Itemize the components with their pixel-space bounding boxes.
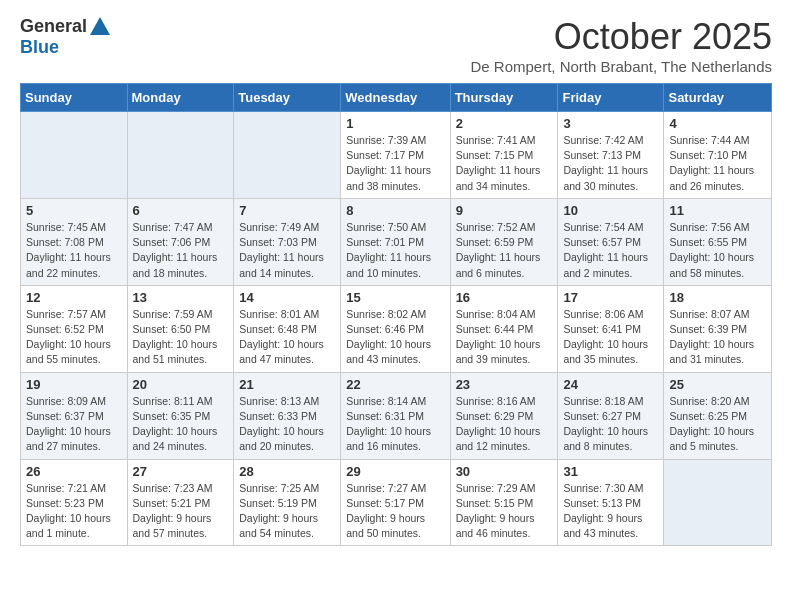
calendar-cell: 11Sunrise: 7:56 AM Sunset: 6:55 PM Dayli… <box>664 198 772 285</box>
calendar-cell <box>21 112 128 199</box>
day-info: Sunrise: 7:49 AM Sunset: 7:03 PM Dayligh… <box>239 220 335 281</box>
day-info: Sunrise: 7:39 AM Sunset: 7:17 PM Dayligh… <box>346 133 444 194</box>
day-number: 4 <box>669 116 766 131</box>
day-info: Sunrise: 7:29 AM Sunset: 5:15 PM Dayligh… <box>456 481 553 542</box>
calendar-week-row: 26Sunrise: 7:21 AM Sunset: 5:23 PM Dayli… <box>21 459 772 546</box>
calendar-cell: 15Sunrise: 8:02 AM Sunset: 6:46 PM Dayli… <box>341 285 450 372</box>
day-info: Sunrise: 8:07 AM Sunset: 6:39 PM Dayligh… <box>669 307 766 368</box>
day-number: 20 <box>133 377 229 392</box>
day-info: Sunrise: 8:01 AM Sunset: 6:48 PM Dayligh… <box>239 307 335 368</box>
calendar-table: SundayMondayTuesdayWednesdayThursdayFrid… <box>20 83 772 546</box>
logo-triangle-icon <box>90 17 110 35</box>
calendar-cell: 20Sunrise: 8:11 AM Sunset: 6:35 PM Dayli… <box>127 372 234 459</box>
day-number: 19 <box>26 377 122 392</box>
calendar-cell: 9Sunrise: 7:52 AM Sunset: 6:59 PM Daylig… <box>450 198 558 285</box>
day-info: Sunrise: 7:23 AM Sunset: 5:21 PM Dayligh… <box>133 481 229 542</box>
calendar-cell: 23Sunrise: 8:16 AM Sunset: 6:29 PM Dayli… <box>450 372 558 459</box>
day-info: Sunrise: 8:06 AM Sunset: 6:41 PM Dayligh… <box>563 307 658 368</box>
calendar-cell: 1Sunrise: 7:39 AM Sunset: 7:17 PM Daylig… <box>341 112 450 199</box>
day-number: 13 <box>133 290 229 305</box>
calendar-cell: 14Sunrise: 8:01 AM Sunset: 6:48 PM Dayli… <box>234 285 341 372</box>
day-number: 18 <box>669 290 766 305</box>
calendar-cell: 10Sunrise: 7:54 AM Sunset: 6:57 PM Dayli… <box>558 198 664 285</box>
day-number: 27 <box>133 464 229 479</box>
day-number: 25 <box>669 377 766 392</box>
day-info: Sunrise: 8:14 AM Sunset: 6:31 PM Dayligh… <box>346 394 444 455</box>
calendar-cell: 28Sunrise: 7:25 AM Sunset: 5:19 PM Dayli… <box>234 459 341 546</box>
day-info: Sunrise: 7:44 AM Sunset: 7:10 PM Dayligh… <box>669 133 766 194</box>
calendar-cell: 17Sunrise: 8:06 AM Sunset: 6:41 PM Dayli… <box>558 285 664 372</box>
day-info: Sunrise: 8:04 AM Sunset: 6:44 PM Dayligh… <box>456 307 553 368</box>
day-info: Sunrise: 7:57 AM Sunset: 6:52 PM Dayligh… <box>26 307 122 368</box>
calendar-cell: 26Sunrise: 7:21 AM Sunset: 5:23 PM Dayli… <box>21 459 128 546</box>
day-number: 6 <box>133 203 229 218</box>
day-number: 1 <box>346 116 444 131</box>
calendar-cell: 27Sunrise: 7:23 AM Sunset: 5:21 PM Dayli… <box>127 459 234 546</box>
day-number: 12 <box>26 290 122 305</box>
calendar-cell: 18Sunrise: 8:07 AM Sunset: 6:39 PM Dayli… <box>664 285 772 372</box>
day-info: Sunrise: 8:09 AM Sunset: 6:37 PM Dayligh… <box>26 394 122 455</box>
day-number: 7 <box>239 203 335 218</box>
calendar-cell: 12Sunrise: 7:57 AM Sunset: 6:52 PM Dayli… <box>21 285 128 372</box>
day-number: 28 <box>239 464 335 479</box>
day-number: 29 <box>346 464 444 479</box>
day-number: 3 <box>563 116 658 131</box>
weekday-header-wednesday: Wednesday <box>341 84 450 112</box>
calendar-cell: 3Sunrise: 7:42 AM Sunset: 7:13 PM Daylig… <box>558 112 664 199</box>
weekday-header-friday: Friday <box>558 84 664 112</box>
calendar-week-row: 12Sunrise: 7:57 AM Sunset: 6:52 PM Dayli… <box>21 285 772 372</box>
day-number: 5 <box>26 203 122 218</box>
calendar-cell: 16Sunrise: 8:04 AM Sunset: 6:44 PM Dayli… <box>450 285 558 372</box>
calendar-cell: 31Sunrise: 7:30 AM Sunset: 5:13 PM Dayli… <box>558 459 664 546</box>
calendar-week-row: 5Sunrise: 7:45 AM Sunset: 7:08 PM Daylig… <box>21 198 772 285</box>
day-number: 24 <box>563 377 658 392</box>
title-block: October 2025 De Rompert, North Brabant, … <box>470 16 772 75</box>
weekday-header-row: SundayMondayTuesdayWednesdayThursdayFrid… <box>21 84 772 112</box>
day-info: Sunrise: 8:02 AM Sunset: 6:46 PM Dayligh… <box>346 307 444 368</box>
day-info: Sunrise: 7:30 AM Sunset: 5:13 PM Dayligh… <box>563 481 658 542</box>
day-info: Sunrise: 7:27 AM Sunset: 5:17 PM Dayligh… <box>346 481 444 542</box>
day-number: 31 <box>563 464 658 479</box>
calendar-cell: 5Sunrise: 7:45 AM Sunset: 7:08 PM Daylig… <box>21 198 128 285</box>
calendar-cell: 6Sunrise: 7:47 AM Sunset: 7:06 PM Daylig… <box>127 198 234 285</box>
day-info: Sunrise: 7:54 AM Sunset: 6:57 PM Dayligh… <box>563 220 658 281</box>
calendar-cell: 2Sunrise: 7:41 AM Sunset: 7:15 PM Daylig… <box>450 112 558 199</box>
day-info: Sunrise: 7:52 AM Sunset: 6:59 PM Dayligh… <box>456 220 553 281</box>
day-info: Sunrise: 7:42 AM Sunset: 7:13 PM Dayligh… <box>563 133 658 194</box>
calendar-cell <box>664 459 772 546</box>
weekday-header-tuesday: Tuesday <box>234 84 341 112</box>
calendar-header: SundayMondayTuesdayWednesdayThursdayFrid… <box>21 84 772 112</box>
day-number: 11 <box>669 203 766 218</box>
day-number: 21 <box>239 377 335 392</box>
day-info: Sunrise: 8:20 AM Sunset: 6:25 PM Dayligh… <box>669 394 766 455</box>
day-number: 15 <box>346 290 444 305</box>
calendar-cell: 19Sunrise: 8:09 AM Sunset: 6:37 PM Dayli… <box>21 372 128 459</box>
day-number: 30 <box>456 464 553 479</box>
day-number: 26 <box>26 464 122 479</box>
calendar-cell <box>234 112 341 199</box>
day-info: Sunrise: 7:59 AM Sunset: 6:50 PM Dayligh… <box>133 307 229 368</box>
calendar-body: 1Sunrise: 7:39 AM Sunset: 7:17 PM Daylig… <box>21 112 772 546</box>
day-info: Sunrise: 7:21 AM Sunset: 5:23 PM Dayligh… <box>26 481 122 542</box>
day-number: 9 <box>456 203 553 218</box>
calendar-cell: 4Sunrise: 7:44 AM Sunset: 7:10 PM Daylig… <box>664 112 772 199</box>
day-info: Sunrise: 7:41 AM Sunset: 7:15 PM Dayligh… <box>456 133 553 194</box>
day-info: Sunrise: 7:56 AM Sunset: 6:55 PM Dayligh… <box>669 220 766 281</box>
location-subtitle: De Rompert, North Brabant, The Netherlan… <box>470 58 772 75</box>
logo: General Blue <box>20 16 110 58</box>
day-info: Sunrise: 7:47 AM Sunset: 7:06 PM Dayligh… <box>133 220 229 281</box>
calendar-cell: 25Sunrise: 8:20 AM Sunset: 6:25 PM Dayli… <box>664 372 772 459</box>
day-info: Sunrise: 7:25 AM Sunset: 5:19 PM Dayligh… <box>239 481 335 542</box>
calendar-cell: 7Sunrise: 7:49 AM Sunset: 7:03 PM Daylig… <box>234 198 341 285</box>
page-header: General Blue October 2025 De Rompert, No… <box>20 16 772 75</box>
calendar-cell: 24Sunrise: 8:18 AM Sunset: 6:27 PM Dayli… <box>558 372 664 459</box>
day-info: Sunrise: 7:45 AM Sunset: 7:08 PM Dayligh… <box>26 220 122 281</box>
day-number: 17 <box>563 290 658 305</box>
day-number: 23 <box>456 377 553 392</box>
day-info: Sunrise: 8:18 AM Sunset: 6:27 PM Dayligh… <box>563 394 658 455</box>
day-info: Sunrise: 8:16 AM Sunset: 6:29 PM Dayligh… <box>456 394 553 455</box>
calendar-week-row: 1Sunrise: 7:39 AM Sunset: 7:17 PM Daylig… <box>21 112 772 199</box>
calendar-cell: 8Sunrise: 7:50 AM Sunset: 7:01 PM Daylig… <box>341 198 450 285</box>
month-title: October 2025 <box>470 16 772 58</box>
day-number: 16 <box>456 290 553 305</box>
